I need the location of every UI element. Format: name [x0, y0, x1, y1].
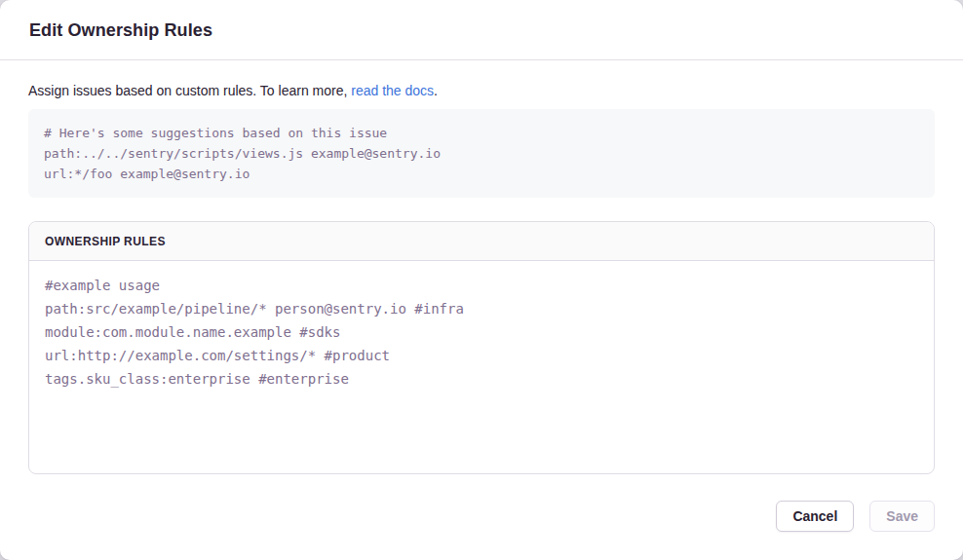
edit-ownership-rules-modal: Edit Ownership Rules Assign issues based… — [0, 0, 963, 560]
page-title: Edit Ownership Rules — [29, 19, 934, 41]
read-the-docs-link[interactable]: read the docs — [351, 83, 434, 98]
cancel-button[interactable]: Cancel — [776, 501, 854, 532]
modal-footer: Cancel Save — [0, 474, 963, 560]
description-after-link: . — [434, 83, 438, 98]
ownership-rules-panel: OWNERSHIP RULES #example usage path:src/… — [28, 221, 935, 474]
suggestions-code-block: # Here's some suggestions based on this … — [28, 109, 935, 198]
modal-body: Assign issues based on custom rules. To … — [0, 60, 963, 474]
save-button[interactable]: Save — [869, 501, 935, 532]
description-before-link: Assign issues based on custom rules. To … — [28, 83, 351, 98]
ownership-rules-textarea[interactable]: #example usage path:src/example/pipeline… — [29, 261, 934, 473]
modal-header: Edit Ownership Rules — [0, 0, 963, 60]
ownership-rules-panel-header: OWNERSHIP RULES — [29, 222, 934, 261]
description-text: Assign issues based on custom rules. To … — [28, 83, 935, 98]
